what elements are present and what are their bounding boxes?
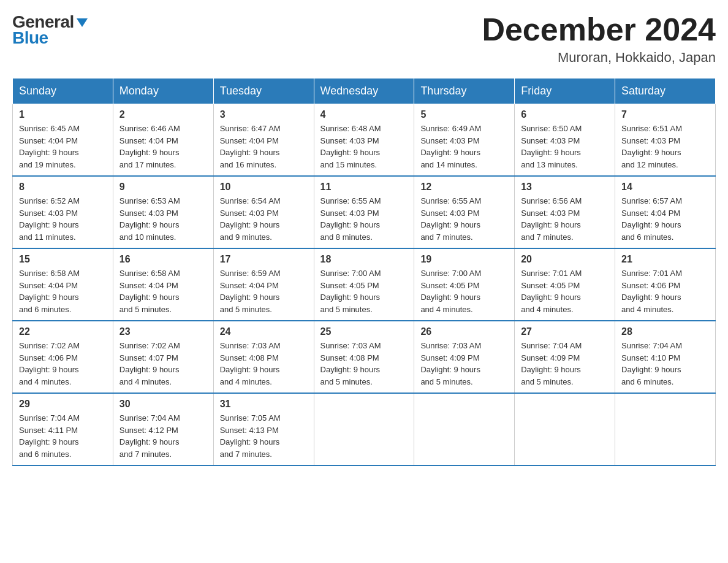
location-subtitle: Muroran, Hokkaido, Japan — [482, 50, 716, 66]
day-info: Sunrise: 6:56 AMSunset: 4:03 PMDaylight:… — [521, 195, 609, 243]
day-info: Sunrise: 7:01 AMSunset: 4:06 PMDaylight:… — [621, 267, 709, 315]
header-sunday: Sunday — [13, 79, 113, 104]
calendar-cell: 24Sunrise: 7:03 AMSunset: 4:08 PMDayligh… — [213, 321, 314, 393]
day-info: Sunrise: 6:48 AMSunset: 4:03 PMDaylight:… — [320, 123, 408, 170]
calendar-cell — [314, 393, 414, 465]
calendar-cell: 8Sunrise: 6:52 AMSunset: 4:03 PMDaylight… — [13, 176, 113, 248]
day-number: 1 — [19, 109, 107, 120]
day-info: Sunrise: 6:49 AMSunset: 4:03 PMDaylight:… — [420, 123, 508, 170]
day-info: Sunrise: 7:04 AMSunset: 4:11 PMDaylight:… — [19, 412, 107, 460]
calendar-cell: 18Sunrise: 7:00 AMSunset: 4:05 PMDayligh… — [314, 248, 414, 321]
day-number: 11 — [320, 182, 408, 193]
day-info: Sunrise: 7:02 AMSunset: 4:06 PMDaylight:… — [19, 340, 107, 388]
day-info: Sunrise: 6:53 AMSunset: 4:03 PMDaylight:… — [119, 195, 207, 243]
calendar-cell: 23Sunrise: 7:02 AMSunset: 4:07 PMDayligh… — [113, 321, 213, 393]
day-info: Sunrise: 6:45 AMSunset: 4:04 PMDaylight:… — [19, 123, 107, 170]
page-header: General Blue December 2024 Muroran, Hokk… — [12, 12, 716, 66]
day-info: Sunrise: 6:50 AMSunset: 4:03 PMDaylight:… — [521, 123, 609, 170]
day-info: Sunrise: 6:59 AMSunset: 4:04 PMDaylight:… — [220, 267, 308, 315]
day-info: Sunrise: 6:55 AMSunset: 4:03 PMDaylight:… — [420, 195, 508, 243]
day-number: 14 — [621, 182, 709, 193]
day-info: Sunrise: 7:01 AMSunset: 4:05 PMDaylight:… — [521, 267, 609, 315]
calendar-cell — [615, 393, 716, 465]
day-number: 19 — [420, 254, 508, 265]
day-number: 20 — [521, 254, 609, 265]
day-info: Sunrise: 7:03 AMSunset: 4:08 PMDaylight:… — [220, 340, 308, 388]
day-info: Sunrise: 6:54 AMSunset: 4:03 PMDaylight:… — [220, 195, 308, 243]
calendar-body: 1Sunrise: 6:45 AMSunset: 4:04 PMDaylight… — [13, 104, 716, 466]
day-number: 9 — [119, 182, 207, 193]
calendar-week-row: 29Sunrise: 7:04 AMSunset: 4:11 PMDayligh… — [13, 393, 716, 465]
day-number: 7 — [621, 109, 709, 120]
calendar-cell: 12Sunrise: 6:55 AMSunset: 4:03 PMDayligh… — [414, 176, 515, 248]
header-thursday: Thursday — [414, 79, 515, 104]
day-info: Sunrise: 7:02 AMSunset: 4:07 PMDaylight:… — [119, 340, 207, 388]
calendar-cell: 22Sunrise: 7:02 AMSunset: 4:06 PMDayligh… — [13, 321, 113, 393]
calendar-cell: 5Sunrise: 6:49 AMSunset: 4:03 PMDaylight… — [414, 104, 515, 177]
calendar-cell: 7Sunrise: 6:51 AMSunset: 4:03 PMDaylight… — [615, 104, 716, 177]
day-info: Sunrise: 7:04 AMSunset: 4:10 PMDaylight:… — [621, 340, 709, 388]
calendar-cell: 4Sunrise: 6:48 AMSunset: 4:03 PMDaylight… — [314, 104, 414, 177]
day-info: Sunrise: 6:51 AMSunset: 4:03 PMDaylight:… — [621, 123, 709, 170]
day-number: 15 — [19, 254, 107, 265]
svg-marker-0 — [77, 18, 88, 27]
header-friday: Friday — [515, 79, 615, 104]
calendar-cell: 6Sunrise: 6:50 AMSunset: 4:03 PMDaylight… — [515, 104, 615, 177]
calendar-cell: 28Sunrise: 7:04 AMSunset: 4:10 PMDayligh… — [615, 321, 716, 393]
day-number: 26 — [420, 326, 508, 337]
logo-triangle-icon — [75, 16, 89, 29]
day-number: 3 — [220, 109, 308, 120]
calendar-cell: 30Sunrise: 7:04 AMSunset: 4:12 PMDayligh… — [113, 393, 213, 465]
calendar-cell: 29Sunrise: 7:04 AMSunset: 4:11 PMDayligh… — [13, 393, 113, 465]
calendar-week-row: 8Sunrise: 6:52 AMSunset: 4:03 PMDaylight… — [13, 176, 716, 248]
day-number: 16 — [119, 254, 207, 265]
calendar-cell: 21Sunrise: 7:01 AMSunset: 4:06 PMDayligh… — [615, 248, 716, 321]
day-number: 12 — [420, 182, 508, 193]
calendar-cell: 13Sunrise: 6:56 AMSunset: 4:03 PMDayligh… — [515, 176, 615, 248]
calendar-cell: 15Sunrise: 6:58 AMSunset: 4:04 PMDayligh… — [13, 248, 113, 321]
day-info: Sunrise: 6:58 AMSunset: 4:04 PMDaylight:… — [119, 267, 207, 315]
day-number: 27 — [521, 326, 609, 337]
day-number: 17 — [220, 254, 308, 265]
calendar-week-row: 1Sunrise: 6:45 AMSunset: 4:04 PMDaylight… — [13, 104, 716, 177]
calendar-cell: 10Sunrise: 6:54 AMSunset: 4:03 PMDayligh… — [213, 176, 314, 248]
day-info: Sunrise: 7:05 AMSunset: 4:13 PMDaylight:… — [220, 412, 308, 460]
day-number: 10 — [220, 182, 308, 193]
day-info: Sunrise: 7:04 AMSunset: 4:12 PMDaylight:… — [119, 412, 207, 460]
calendar-cell — [515, 393, 615, 465]
day-info: Sunrise: 7:00 AMSunset: 4:05 PMDaylight:… — [420, 267, 508, 315]
calendar-cell: 16Sunrise: 6:58 AMSunset: 4:04 PMDayligh… — [113, 248, 213, 321]
day-number: 30 — [119, 399, 207, 410]
day-info: Sunrise: 6:46 AMSunset: 4:04 PMDaylight:… — [119, 123, 207, 170]
calendar-cell: 14Sunrise: 6:57 AMSunset: 4:04 PMDayligh… — [615, 176, 716, 248]
day-info: Sunrise: 7:03 AMSunset: 4:09 PMDaylight:… — [420, 340, 508, 388]
day-number: 28 — [621, 326, 709, 337]
month-title: December 2024 — [482, 12, 716, 47]
day-number: 6 — [521, 109, 609, 120]
calendar-cell: 17Sunrise: 6:59 AMSunset: 4:04 PMDayligh… — [213, 248, 314, 321]
calendar-cell: 9Sunrise: 6:53 AMSunset: 4:03 PMDaylight… — [113, 176, 213, 248]
day-number: 18 — [320, 254, 408, 265]
calendar-cell: 20Sunrise: 7:01 AMSunset: 4:05 PMDayligh… — [515, 248, 615, 321]
calendar-cell: 1Sunrise: 6:45 AMSunset: 4:04 PMDaylight… — [13, 104, 113, 177]
calendar-week-row: 22Sunrise: 7:02 AMSunset: 4:06 PMDayligh… — [13, 321, 716, 393]
day-number: 25 — [320, 326, 408, 337]
calendar-table: Sunday Monday Tuesday Wednesday Thursday… — [12, 78, 716, 466]
day-number: 31 — [220, 399, 308, 410]
day-info: Sunrise: 6:57 AMSunset: 4:04 PMDaylight:… — [621, 195, 709, 243]
calendar-cell: 3Sunrise: 6:47 AMSunset: 4:04 PMDaylight… — [213, 104, 314, 177]
day-number: 2 — [119, 109, 207, 120]
calendar-week-row: 15Sunrise: 6:58 AMSunset: 4:04 PMDayligh… — [13, 248, 716, 321]
day-number: 29 — [19, 399, 107, 410]
calendar-header: Sunday Monday Tuesday Wednesday Thursday… — [13, 79, 716, 104]
calendar-cell: 25Sunrise: 7:03 AMSunset: 4:08 PMDayligh… — [314, 321, 414, 393]
header-saturday: Saturday — [615, 79, 716, 104]
day-info: Sunrise: 7:04 AMSunset: 4:09 PMDaylight:… — [521, 340, 609, 388]
logo: General Blue — [12, 12, 89, 48]
day-info: Sunrise: 6:55 AMSunset: 4:03 PMDaylight:… — [320, 195, 408, 243]
calendar-cell: 26Sunrise: 7:03 AMSunset: 4:09 PMDayligh… — [414, 321, 515, 393]
calendar-cell: 11Sunrise: 6:55 AMSunset: 4:03 PMDayligh… — [314, 176, 414, 248]
day-info: Sunrise: 7:00 AMSunset: 4:05 PMDaylight:… — [320, 267, 408, 315]
day-number: 22 — [19, 326, 107, 337]
calendar-cell: 27Sunrise: 7:04 AMSunset: 4:09 PMDayligh… — [515, 321, 615, 393]
